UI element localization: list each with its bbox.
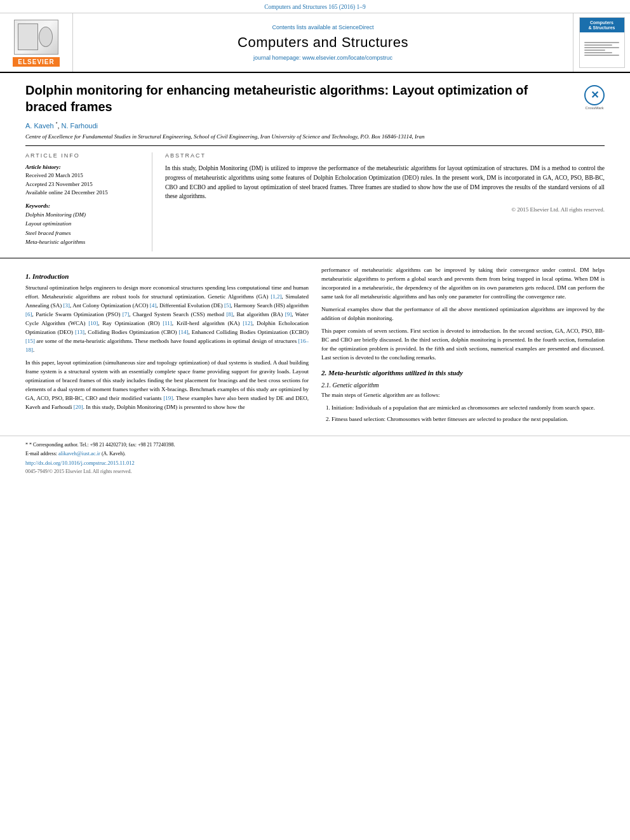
elsevier-figure [14, 20, 58, 55]
elsevier-brand-text: ELSEVIER [13, 57, 59, 67]
keywords-label: Keywords: [25, 203, 144, 209]
section1-para1: Structural optimization helps engineers … [25, 284, 309, 355]
journal-homepage: journal homepage: www.elsevier.com/locat… [253, 55, 392, 61]
thumbnail-image: Computers& Structures [579, 17, 625, 68]
keyword-1: Dolphin Monitoring (DM) [25, 210, 144, 219]
keyword-2: Layout optimization [25, 219, 144, 228]
author-email[interactable]: alikaveh@iust.ac.ir [58, 450, 100, 457]
author-kaveh[interactable]: A. Kaveh [25, 122, 54, 130]
section1-right-para3: This paper consists of seven sections. F… [321, 327, 605, 363]
abstract-panel: ABSTRACT In this study, Dolphin Monitori… [165, 152, 605, 251]
sciencedirect-link[interactable]: ScienceDirect [338, 24, 374, 30]
section1-para2: In this paper, layout optimization (simu… [25, 359, 309, 412]
keywords-list: Dolphin Monitoring (DM) Layout optimizat… [25, 210, 144, 247]
affiliation-text: Centre of Excellence for Fundamental Stu… [25, 133, 605, 141]
crossmark-badge[interactable]: ✕ CrossMark [584, 85, 605, 110]
section2-sub1: 2.1. Genetic algorithm [321, 382, 605, 389]
journal-header: ELSEVIER Contents lists available at Sci… [0, 13, 630, 73]
accepted-date: Accepted 23 November 2015 [25, 180, 144, 189]
email-line: E-mail address: alikaveh@iust.ac.ir (A. … [25, 450, 605, 458]
article-history: Article history: Received 20 March 2015 … [25, 164, 144, 197]
history-label: Article history: [25, 164, 144, 170]
left-column: 1. Introduction Structural optimization … [25, 266, 309, 427]
author-farhoudi[interactable]: N. Farhoudi [62, 122, 98, 130]
article-header-section: ✕ CrossMark Dolphin monitoring for enhan… [0, 73, 630, 258]
top-citation-bar: Computers and Structures 165 (2016) 1–9 [0, 0, 630, 13]
genetic-algorithm-steps: Initiation: Individuals of a population … [332, 404, 605, 424]
abstract-text: In this study, Dolphin Monitoring (DM) i… [165, 164, 605, 201]
section2-intro: The main steps of Genetic algorithm are … [321, 391, 605, 400]
journal-title-section: Contents lists available at ScienceDirec… [73, 13, 573, 72]
section1-right-para1: performance of metaheuristic algorithms … [321, 266, 605, 302]
available-date: Available online 24 December 2015 [25, 189, 144, 197]
article-info-label: ARTICLE INFO [25, 152, 144, 159]
abstract-label: ABSTRACT [165, 152, 605, 159]
copyright-text: © 2015 Elsevier Ltd. All rights reserved… [165, 206, 605, 213]
doi-line: http://dx.doi.org/10.1016/j.compstruc.20… [25, 460, 605, 467]
section1-right-para2: Numerical examples show that the perform… [321, 305, 605, 323]
journal-homepage-link[interactable]: www.elsevier.com/locate/compstruc [302, 55, 392, 61]
keywords-section: Keywords: Dolphin Monitoring (DM) Layout… [25, 203, 144, 247]
journal-thumbnail: Computers& Structures [573, 13, 630, 72]
journal-main-title: Computers and Structures [238, 34, 408, 51]
main-content-area: 1. Introduction Structural optimization … [0, 258, 630, 435]
article-info-panel: ARTICLE INFO Article history: Received 2… [25, 152, 152, 251]
doi-link[interactable]: http://dx.doi.org/10.1016/j.compstruc.20… [25, 460, 135, 466]
footnote-text: * * Corresponding author. Tel.: +98 21 4… [25, 441, 605, 448]
ga-step-2: Fitness based selection: Chromosomes wit… [332, 415, 605, 424]
keyword-3: Steel braced frames [25, 229, 144, 237]
citation-text: Computers and Structures 165 (2016) 1–9 [264, 4, 366, 10]
section1-heading: 1. Introduction [25, 272, 309, 280]
section2-heading: 2. Meta-heuristic algorithms utilized in… [321, 369, 605, 377]
info-columns: ARTICLE INFO Article history: Received 2… [25, 145, 605, 251]
footer-section: * * Corresponding author. Tel.: +98 21 4… [0, 436, 630, 480]
contents-available-text: Contents lists available at ScienceDirec… [272, 24, 373, 30]
authors-line: A. Kaveh *, N. Farhoudi [25, 121, 605, 130]
thumbnail-title: Computers& Structures [588, 20, 615, 31]
article-title: Dolphin monitoring for enhancing metaheu… [25, 82, 605, 115]
elsevier-logo-section: ELSEVIER [0, 13, 73, 72]
ga-step-1: Initiation: Individuals of a population … [332, 404, 605, 413]
crossmark-label: CrossMark [584, 106, 605, 110]
keyword-4: Meta-heuristic algorithms [25, 237, 144, 246]
right-column: performance of metaheuristic algorithms … [321, 266, 605, 427]
issn-line: 0045-7949/© 2015 Elsevier Ltd. All right… [25, 469, 605, 474]
received-date: Received 20 March 2015 [25, 171, 144, 180]
